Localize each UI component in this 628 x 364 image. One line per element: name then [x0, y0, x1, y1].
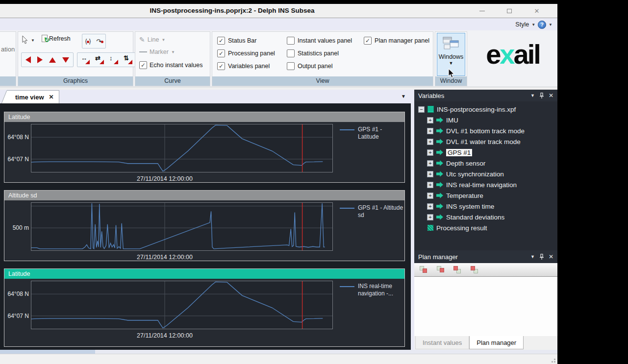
variables-panel-header[interactable]: Variables ▼ ✕	[414, 90, 557, 101]
tree-item-label[interactable]: Temperature	[446, 192, 483, 199]
plot-area[interactable]	[31, 202, 333, 251]
refresh-button[interactable]: ↻ Refresh	[42, 35, 71, 42]
tree-item-label[interactable]: INS system time	[446, 203, 494, 210]
tree-item-label[interactable]: IMU	[446, 117, 458, 124]
echo-instant-values-checkbox[interactable]	[139, 61, 147, 69]
expander-icon[interactable]: +	[427, 128, 433, 134]
statistics-panel-checkbox[interactable]	[287, 49, 295, 57]
dock-splitter[interactable]	[411, 90, 414, 350]
resize-grip[interactable]	[551, 358, 555, 363]
tree-item-label[interactable]: Standard deviations	[446, 214, 504, 221]
status-bar-checkbox[interactable]	[217, 37, 225, 45]
tree-item-processing-result[interactable]: Processing result	[414, 222, 557, 233]
scrollbar-thumb[interactable]	[0, 350, 95, 354]
expander-icon[interactable]: −	[418, 106, 425, 113]
marker-style-button[interactable]: Marker ▼	[139, 49, 175, 55]
tab-plan-manager[interactable]: Plan manager	[469, 336, 524, 349]
tree-item-label[interactable]: Utc synchronization	[446, 170, 504, 178]
help-icon[interactable]: ?	[538, 21, 546, 29]
tree-item-ins-postprocessing-ins-xpf[interactable]: −INS-postprocessing-ins.xpf	[414, 104, 557, 115]
tree-item-depth-sensor[interactable]: +Depth sensor	[414, 158, 557, 169]
line-style-button[interactable]: ✎ Line ▼	[139, 36, 165, 44]
chart-title-bar-selected[interactable]: Latitude	[4, 269, 404, 279]
plan-manager-list[interactable]	[414, 277, 557, 336]
tree-item-label[interactable]: INS-postprocessing-ins.xpf	[437, 106, 516, 113]
tree-item-utc-synchronization[interactable]: +Utc synchronization	[414, 169, 557, 179]
tab-list-dropdown-icon[interactable]: ▼	[401, 94, 406, 99]
plan-remove-icon[interactable]	[452, 266, 462, 274]
view-option-status-bar[interactable]: Status Bar	[217, 37, 275, 45]
view-option-plan-manager-panel[interactable]: Plan manager panel	[364, 37, 429, 45]
view-option-output-panel[interactable]: Output panel	[287, 62, 352, 70]
tree-item-dvl-1-bottom-track-mode[interactable]: +DVL #1 bottom track mode	[414, 125, 557, 136]
tab-close-icon[interactable]: ✕	[49, 94, 54, 100]
tree-item-label[interactable]: INS real-time navigation	[446, 181, 517, 189]
pan-up-icon[interactable]	[49, 57, 56, 63]
pointer-dropdown-icon[interactable]: ▼	[31, 38, 35, 43]
zoom-lasso-icon[interactable]: ↷	[96, 38, 103, 45]
plot-area[interactable]	[31, 124, 333, 172]
tree-item-label[interactable]: DVL #1 water track mode	[446, 138, 521, 146]
view-option-instant-values-panel[interactable]: Instant values panel	[287, 37, 352, 45]
processing-panel-checkbox[interactable]	[217, 49, 225, 57]
panel-menu-icon[interactable]: ▼	[530, 93, 535, 98]
expander-icon[interactable]: +	[427, 149, 433, 156]
tree-item-label[interactable]: DVL #1 bottom track mode	[446, 127, 525, 135]
maximize-button[interactable]	[496, 4, 523, 18]
expander-icon[interactable]: +	[427, 171, 433, 177]
pan-left-icon[interactable]	[25, 56, 31, 63]
style-dropdown-icon[interactable]: ▼	[531, 23, 535, 27]
titlebar[interactable]: INS-postprocessing-ins.poprjx:2 - Delph …	[0, 4, 557, 18]
close-button[interactable]: ✕	[523, 4, 551, 18]
chart-canvas[interactable]	[31, 281, 332, 329]
expander-icon[interactable]: +	[427, 182, 433, 188]
tab-time-view[interactable]: time view ✕	[7, 90, 59, 103]
pointer-tool-button[interactable]: ▼	[22, 36, 35, 45]
panel-close-icon[interactable]: ✕	[549, 92, 553, 99]
tree-item-label[interactable]: Depth sensor	[446, 160, 485, 167]
expander-icon[interactable]: +	[427, 193, 433, 199]
plan-manager-header[interactable]: Plan manager ▼ ✕	[414, 250, 557, 263]
plan-manager-panel-checkbox[interactable]	[364, 37, 372, 45]
pin-icon[interactable]	[539, 93, 544, 98]
tree-item-label[interactable]: Processing result	[436, 224, 487, 232]
variables-panel-checkbox[interactable]	[217, 62, 225, 70]
tree-item-label[interactable]: GPS #1	[446, 149, 472, 156]
pan-down-icon[interactable]	[62, 57, 69, 63]
tree-item-standard-deviations[interactable]: +Standard deviations	[414, 212, 557, 222]
help-dropdown-icon[interactable]: ▼	[549, 23, 553, 27]
chart-title-bar[interactable]: Altitude sd	[4, 191, 404, 200]
tree-item-ins-real-time-navigation[interactable]: +INS real-time navigation	[414, 179, 557, 190]
panel-menu-icon[interactable]: ▼	[530, 254, 535, 259]
pin-icon[interactable]	[539, 254, 544, 260]
zoom-x-out-icon[interactable]: ↔	[80, 55, 90, 65]
tree-item-dvl-1-water-track-mode[interactable]: +DVL #1 water track mode	[414, 136, 557, 147]
tree-item-imu[interactable]: +IMU	[414, 115, 557, 125]
zoom-x-in-icon[interactable]: ⇄	[95, 55, 104, 65]
chart-canvas[interactable]	[31, 124, 332, 172]
expander-icon[interactable]: +	[427, 214, 433, 220]
expander-icon[interactable]: +	[427, 139, 433, 145]
panel-close-icon[interactable]: ✕	[549, 253, 553, 260]
zoom-y-out-icon[interactable]: ↕	[109, 55, 119, 65]
tree-item-ins-system-time[interactable]: +INS system time	[414, 201, 557, 212]
plan-clear-icon[interactable]	[469, 266, 479, 274]
pan-right-icon[interactable]	[37, 56, 43, 63]
plan-add-icon[interactable]	[419, 266, 429, 274]
chart-title-bar[interactable]: Latitude	[4, 112, 404, 122]
style-menu[interactable]: Style	[515, 21, 529, 28]
output-panel-checkbox[interactable]	[287, 62, 295, 70]
tree-item-gps-1[interactable]: +GPS #1	[414, 147, 557, 158]
view-option-processing-panel[interactable]: Processing panel	[217, 49, 275, 57]
instant-values-panel-checkbox[interactable]	[287, 37, 295, 45]
plot-area[interactable]	[31, 281, 333, 329]
view-option-statistics-panel[interactable]: Statistics panel	[287, 49, 352, 57]
echo-instant-values-option[interactable]: Echo instant values	[139, 61, 202, 69]
minimize-button[interactable]	[468, 4, 496, 18]
chart-canvas[interactable]	[31, 203, 332, 250]
tab-instant-values[interactable]: Instant values	[415, 336, 469, 349]
tree-item-temperature[interactable]: +Temperature	[414, 190, 557, 201]
expander-icon[interactable]: +	[427, 160, 433, 167]
view-option-variables-panel[interactable]: Variables panel	[217, 62, 275, 70]
zoom-region-icon[interactable]: ⟨⟩	[85, 38, 91, 45]
